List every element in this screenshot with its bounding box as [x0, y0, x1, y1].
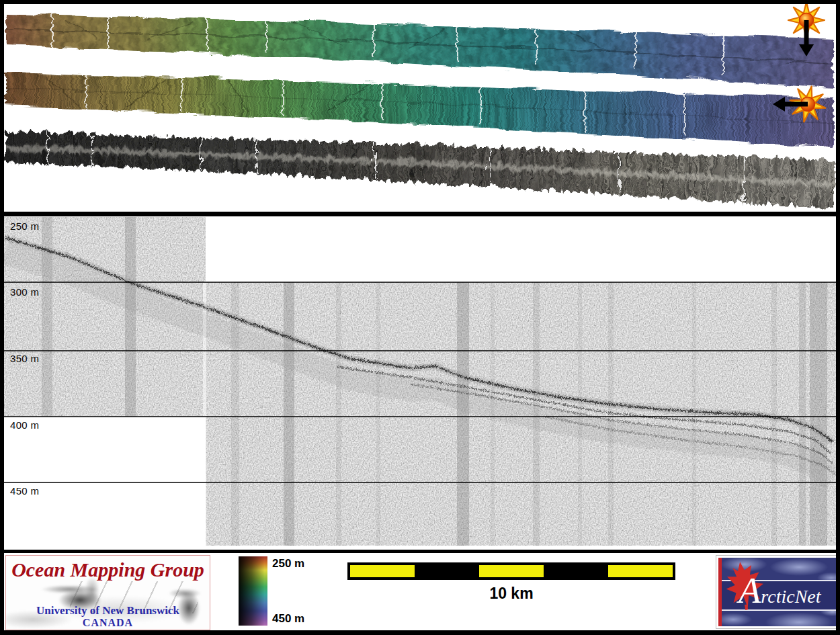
depth-label-250: 250 m [10, 220, 39, 232]
bathymetry-strip-1 [4, 9, 832, 86]
omg-university: University of New Brunswick [6, 604, 210, 618]
arcticnet-logo-inner: ArcticNet [718, 558, 836, 626]
depth-label-350: 350 m [10, 353, 39, 364]
sonar-strips-art [4, 4, 836, 212]
depth-colorbar [239, 556, 267, 626]
echogram-art [4, 216, 836, 550]
depth-label-300: 300 m [10, 286, 39, 298]
colorbar-bottom-label: 450 m [272, 612, 319, 626]
sidescan-strip [4, 129, 832, 206]
omg-logo: Ocean Mapping Group University of New Br… [5, 555, 210, 630]
depth-label-400: 400 m [10, 419, 39, 431]
omg-title: Ocean Mapping Group [6, 558, 210, 581]
scale-bar-segment [350, 565, 415, 577]
scale-bar [347, 562, 675, 580]
scale-bar-segment [479, 565, 544, 577]
figure: 250 m 300 m 350 m 400 m 450 m Ocean Mapp… [0, 0, 840, 635]
colorbar-top-label: 250 m [272, 557, 319, 570]
omg-country: CANADA [6, 617, 210, 629]
depth-label-450: 450 m [10, 485, 39, 497]
bathymetry-panel [4, 4, 836, 212]
scale-bar-segment [608, 565, 673, 577]
subbottom-profile-panel: 250 m 300 m 350 m 400 m 450 m [4, 216, 836, 550]
arcticnet-logo: ArcticNet [716, 555, 836, 629]
arcticnet-wordmark: ArcticNet [739, 575, 821, 612]
footer-panel: Ocean Mapping Group University of New Br… [4, 553, 836, 630]
scale-bar-label: 10 km [347, 585, 675, 603]
